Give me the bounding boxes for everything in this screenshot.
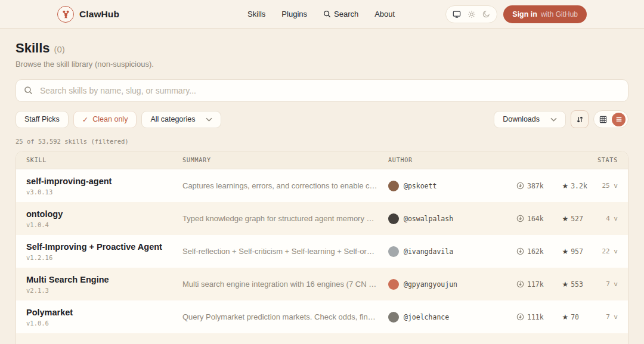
table-row[interactable]: self-improving-agent v3.0.13 Captures le…	[16, 169, 628, 202]
signin-label: Sign in	[512, 10, 537, 18]
nav-about[interactable]: About	[374, 10, 395, 18]
skill-version: v1.2.16	[26, 254, 182, 261]
category-select[interactable]: All categories	[141, 111, 221, 128]
skill-stats: 164k ★ 527 4 v	[516, 215, 618, 223]
download-circle-icon	[516, 313, 524, 321]
grid-view-button[interactable]	[596, 113, 610, 126]
signin-github-button[interactable]: Sign in with GitHub	[503, 5, 587, 23]
table-row[interactable]: ontology v1.0.4 Typed knowledge graph fo…	[16, 202, 628, 235]
avatar	[388, 279, 399, 290]
table-row[interactable]: Multi Search Engine v2.1.3 Multi search …	[16, 268, 628, 300]
versions-stat: 22 v	[599, 247, 618, 255]
stars-stat: ★ 527	[562, 215, 591, 223]
author-handle: @ivangdavila	[404, 247, 453, 256]
chevron-down-icon	[206, 117, 212, 122]
star-icon: ★	[562, 314, 568, 321]
skill-name[interactable]: Self-Improving + Proactive Agent	[26, 242, 182, 252]
star-icon: ★	[562, 215, 568, 222]
col-header-skill: SKILL	[26, 157, 182, 163]
skill-summary: Multi search engine integration with 16 …	[182, 280, 388, 289]
list-view-button[interactable]	[612, 113, 626, 126]
download-circle-icon	[516, 215, 524, 222]
skill-version: v1.0.6	[26, 320, 182, 327]
author-handle: @joelchance	[404, 313, 449, 321]
nav-skills[interactable]: Skills	[247, 10, 265, 18]
main-nav: Skills Plugins Search About	[247, 10, 395, 18]
grid-icon	[599, 116, 607, 123]
skill-author[interactable]: @gpyangyoujun	[388, 279, 516, 290]
versions-stat: 4 v	[599, 215, 618, 222]
search-input[interactable]	[16, 79, 628, 102]
signin-sublabel: with GitHub	[541, 10, 578, 18]
view-mode-toggle	[593, 110, 628, 128]
filter-toolbar: Staff Picks ✓ Clean only All categories …	[16, 110, 628, 128]
skill-name[interactable]: Multi Search Engine	[26, 275, 182, 284]
stars-stat: ★ 553	[562, 280, 591, 289]
skill-name[interactable]: Polymarket	[26, 308, 182, 317]
skill-name[interactable]: ontology	[26, 209, 182, 219]
skill-stats: 162k ★ 957 22 v	[516, 247, 618, 256]
clean-only-toggle[interactable]: ✓ Clean only	[73, 111, 137, 128]
theme-switcher	[445, 5, 497, 23]
star-icon: ★	[562, 281, 568, 288]
author-handle: @oswalpalash	[404, 215, 453, 223]
downloads-stat: 162k	[516, 247, 549, 256]
table-row-partial	[16, 333, 628, 344]
brand-logo[interactable]: ClawHub	[57, 6, 119, 23]
staff-picks-button[interactable]: Staff Picks	[16, 111, 69, 128]
sort-by-select[interactable]: Downloads	[494, 111, 566, 128]
monitor-icon[interactable]	[453, 10, 461, 18]
skill-summary: Self-reflection + Self-criticism + Self-…	[182, 247, 388, 256]
skill-version: v1.0.4	[26, 221, 182, 228]
skill-author[interactable]: @joelchance	[388, 312, 516, 323]
col-header-stats: STATS	[516, 157, 618, 163]
page-title: Skills	[16, 41, 49, 56]
download-circle-icon	[516, 247, 524, 255]
search-icon	[24, 86, 33, 95]
download-circle-icon	[516, 182, 524, 190]
avatar	[388, 181, 399, 191]
star-icon: ★	[562, 248, 568, 255]
search-bar	[16, 79, 628, 102]
avatar	[388, 312, 399, 323]
downloads-stat: 111k	[516, 313, 549, 321]
nav-search[interactable]: Search	[323, 10, 358, 18]
skills-table: SKILL SUMMARY AUTHOR STATS self-improvin…	[16, 151, 628, 344]
skill-author[interactable]: @pskoett	[388, 181, 516, 191]
downloads-stat: 164k	[516, 215, 549, 223]
avatar	[388, 213, 399, 224]
table-header-row: SKILL SUMMARY AUTHOR STATS	[16, 151, 628, 169]
brand-name: ClawHub	[79, 9, 119, 20]
versions-stat: 7 v	[599, 280, 618, 288]
table-row[interactable]: Polymarket v1.0.6 Query Polymarket predi…	[16, 300, 628, 333]
skill-version: v3.0.13	[26, 188, 182, 196]
sun-icon[interactable]	[467, 10, 476, 18]
versions-stat: 25 v	[599, 182, 618, 190]
sort-direction-button[interactable]	[571, 110, 589, 128]
skill-author[interactable]: @ivangdavila	[388, 246, 516, 257]
table-row[interactable]: Self-Improving + Proactive Agent v1.2.16…	[16, 235, 628, 268]
author-handle: @gpyangyoujun	[404, 280, 457, 289]
avatar	[388, 246, 399, 257]
stars-stat: ★ 957	[562, 247, 591, 256]
author-handle: @pskoett	[404, 182, 436, 190]
col-header-summary: SUMMARY	[182, 157, 388, 163]
download-circle-icon	[516, 280, 524, 288]
skill-stats: 111k ★ 70 7 v	[516, 313, 618, 321]
skill-summary: Typed knowledge graph for structured age…	[182, 214, 388, 223]
col-header-author: AUTHOR	[388, 157, 516, 163]
page-hero: Skills (0) Browse the skill library (non…	[0, 29, 644, 69]
stars-stat: ★ 3.2k	[562, 182, 591, 190]
list-icon	[615, 116, 623, 123]
chevron-down-icon	[550, 117, 557, 122]
check-icon: ✓	[82, 115, 88, 124]
skill-stats: 117k ★ 553 7 v	[516, 280, 618, 289]
moon-icon[interactable]	[482, 10, 490, 18]
downloads-stat: 117k	[516, 280, 549, 289]
nav-plugins[interactable]: Plugins	[281, 10, 307, 18]
skill-name[interactable]: self-improving-agent	[26, 176, 182, 186]
skill-author[interactable]: @oswalpalash	[388, 213, 516, 224]
stars-stat: ★ 70	[562, 313, 591, 321]
arrows-up-down-icon	[576, 116, 584, 123]
page-count-badge: (0)	[54, 44, 64, 54]
